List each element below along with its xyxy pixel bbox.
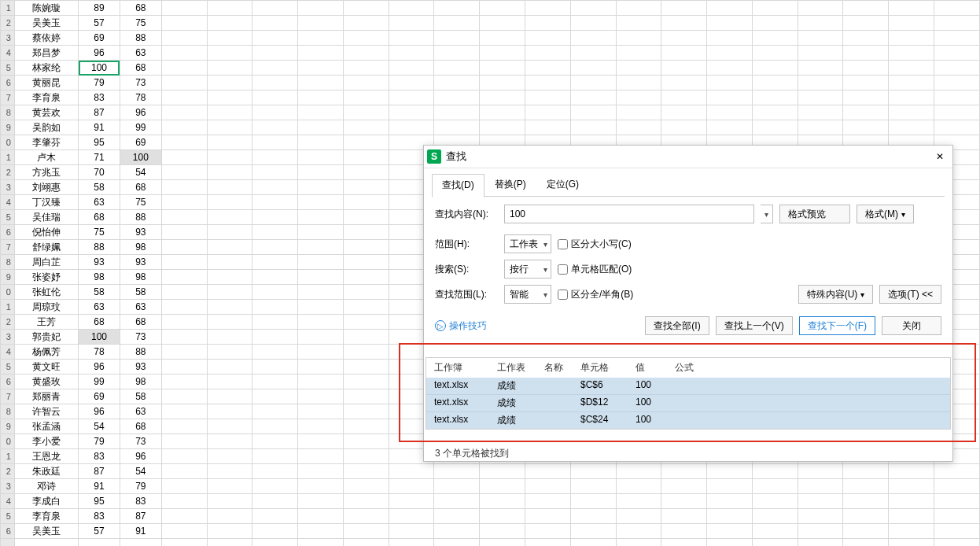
cell[interactable]: 93 [120, 255, 161, 270]
cellmatch-checkbox[interactable]: 单元格匹配(O) [558, 263, 632, 276]
cell[interactable] [843, 90, 889, 105]
cell[interactable]: 88 [120, 210, 161, 225]
cell[interactable] [389, 46, 434, 61]
cell[interactable]: 70 [79, 165, 120, 180]
cell[interactable] [570, 16, 616, 31]
cell[interactable]: 73 [120, 434, 161, 449]
cell[interactable] [161, 90, 207, 105]
table-row[interactable]: 8黄芸欢8796 [1, 105, 980, 120]
cell[interactable]: 58 [120, 285, 161, 300]
cell[interactable]: 蔡依婷 [14, 31, 78, 46]
cell[interactable]: 王芳 [14, 315, 78, 330]
cell[interactable]: 73 [120, 330, 161, 345]
cell[interactable] [434, 539, 480, 547]
cell[interactable] [207, 255, 252, 270]
cell[interactable] [889, 464, 934, 479]
cell[interactable] [480, 479, 525, 494]
cell[interactable] [616, 479, 661, 494]
cell[interactable] [661, 479, 707, 494]
cell[interactable] [298, 374, 344, 389]
cell[interactable] [889, 76, 934, 90]
cell[interactable] [525, 31, 571, 46]
row-number[interactable]: 7 [1, 389, 15, 404]
cell[interactable] [207, 524, 252, 539]
cell[interactable] [434, 509, 480, 524]
cell[interactable] [798, 464, 843, 479]
cell[interactable] [843, 1, 889, 16]
cell[interactable] [889, 479, 934, 494]
table-row[interactable]: 9吴韵如9199 [1, 120, 980, 135]
cell[interactable] [298, 509, 344, 524]
row-number[interactable]: 6 [1, 374, 15, 389]
cell[interactable] [389, 464, 434, 479]
cell[interactable]: 李育泉 [14, 90, 78, 105]
cell[interactable] [298, 360, 344, 374]
cell[interactable] [480, 539, 525, 547]
cell[interactable]: 87 [79, 464, 120, 479]
cell[interactable]: 68 [120, 180, 161, 195]
cell[interactable] [570, 464, 616, 479]
cell[interactable]: 68 [79, 315, 120, 330]
cell[interactable] [570, 46, 616, 61]
cell[interactable] [343, 389, 389, 404]
cell[interactable] [343, 524, 389, 539]
cell[interactable] [207, 31, 252, 46]
cell[interactable] [707, 539, 753, 547]
cell[interactable] [343, 76, 389, 90]
cell[interactable]: 68 [120, 1, 161, 16]
cell[interactable] [207, 315, 252, 330]
cell[interactable] [934, 494, 980, 509]
cell[interactable] [343, 374, 389, 389]
close-icon[interactable]: ✕ [932, 149, 948, 164]
table-row[interactable]: 5李育泉8387 [1, 509, 980, 524]
cell[interactable] [525, 90, 571, 105]
cell[interactable] [298, 165, 344, 180]
cell[interactable]: 99 [79, 374, 120, 389]
cell[interactable] [798, 479, 843, 494]
cell[interactable] [480, 1, 525, 16]
cell[interactable]: 78 [120, 90, 161, 105]
cell[interactable] [798, 494, 843, 509]
cell[interactable] [298, 61, 344, 76]
cell[interactable] [298, 150, 344, 165]
cell[interactable] [207, 464, 252, 479]
cell[interactable] [752, 76, 798, 90]
cell[interactable] [661, 61, 707, 76]
row-number[interactable]: 1 [1, 300, 15, 315]
cell[interactable] [298, 315, 344, 330]
cell[interactable] [480, 105, 525, 120]
cell[interactable] [934, 464, 980, 479]
cell[interactable] [434, 76, 480, 90]
cell[interactable] [889, 105, 934, 120]
cell[interactable] [161, 1, 207, 16]
cell[interactable] [343, 434, 389, 449]
cell[interactable] [752, 1, 798, 16]
cell[interactable] [480, 61, 525, 76]
cell[interactable] [207, 479, 252, 494]
cell[interactable] [616, 16, 661, 31]
cell[interactable]: 83 [79, 90, 120, 105]
cell[interactable] [570, 539, 616, 547]
cell[interactable] [525, 16, 571, 31]
cell[interactable] [298, 240, 344, 255]
cell[interactable] [343, 464, 389, 479]
row-number[interactable]: 3 [1, 180, 15, 195]
cell[interactable] [434, 1, 480, 16]
cell[interactable]: 邓诗 [14, 479, 78, 494]
cell[interactable] [343, 270, 389, 285]
cell[interactable] [298, 31, 344, 46]
cell[interactable] [207, 16, 252, 31]
cell[interactable] [525, 494, 571, 509]
cell[interactable]: 68 [79, 210, 120, 225]
cell[interactable]: 98 [120, 374, 161, 389]
cell[interactable] [434, 61, 480, 76]
cell[interactable] [252, 135, 298, 150]
cell[interactable] [298, 1, 344, 16]
cell[interactable] [707, 31, 753, 46]
cell[interactable] [752, 494, 798, 509]
cell[interactable]: 79 [79, 76, 120, 90]
cell[interactable] [252, 479, 298, 494]
cell[interactable]: 79 [79, 434, 120, 449]
cell[interactable] [616, 105, 661, 120]
cell[interactable]: 郑丽青 [14, 389, 78, 404]
